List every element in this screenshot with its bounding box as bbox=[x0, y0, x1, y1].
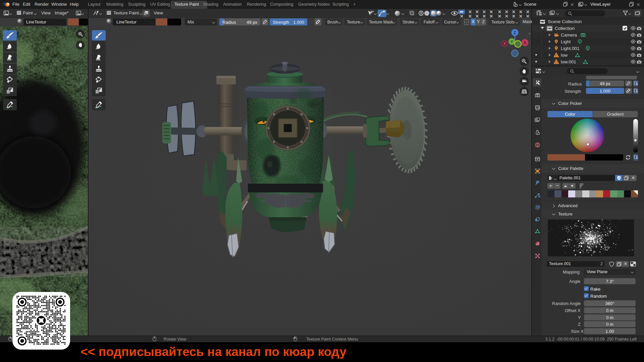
svg-text:Z: Z bbox=[514, 31, 516, 35]
svg-text:X: X bbox=[524, 41, 526, 45]
svg-text:Y: Y bbox=[511, 40, 513, 44]
svg-text:X: X bbox=[503, 42, 506, 46]
